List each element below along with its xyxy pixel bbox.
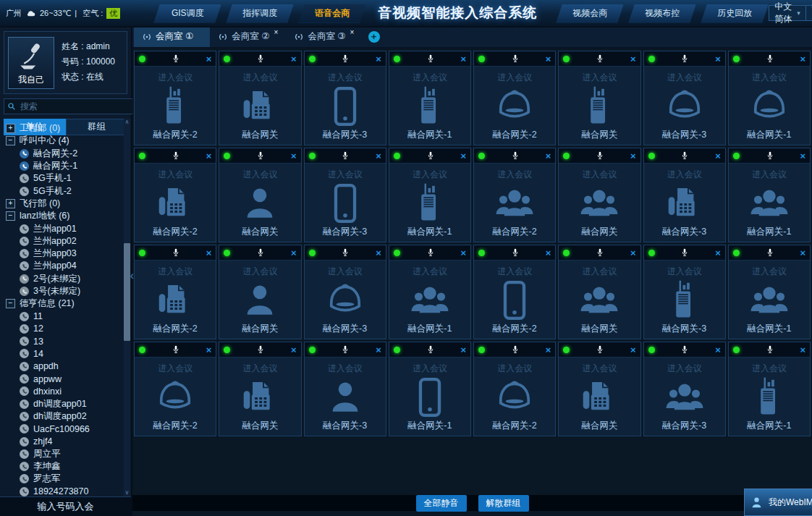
mic-icon[interactable] [172, 248, 180, 257]
close-icon[interactable]: × [715, 248, 721, 258]
tree-item[interactable]: + 飞行部 (0) [6, 198, 124, 210]
tree-item[interactable]: 李坤鑫 [6, 460, 124, 473]
scroll-down-icon[interactable]: ∨ [125, 489, 130, 496]
tree-item[interactable]: dhxinxi [6, 385, 124, 397]
close-icon[interactable]: × [715, 345, 721, 355]
enter-meeting-link[interactable]: 进入会议 [729, 363, 810, 375]
language-select[interactable]: 中文简体 ▾ [769, 6, 805, 20]
close-icon[interactable]: × [546, 345, 551, 355]
close-icon[interactable]: × [630, 54, 636, 64]
mic-icon[interactable] [172, 151, 180, 160]
mic-icon[interactable] [680, 54, 689, 63]
enter-meeting-link[interactable]: 进入会议 [135, 72, 216, 84]
tree-item[interactable]: appww [6, 373, 124, 385]
mic-icon[interactable] [596, 248, 604, 257]
mic-icon[interactable] [256, 151, 265, 160]
enter-meeting-link[interactable]: 进入会议 [559, 169, 640, 181]
mic-icon[interactable] [256, 345, 265, 354]
tree-item[interactable]: 兰州app04 [6, 260, 124, 272]
enter-meeting-link[interactable]: 进入会议 [389, 363, 470, 375]
close-icon[interactable]: × [460, 151, 466, 161]
enter-meeting-link[interactable]: 进入会议 [644, 72, 725, 84]
enter-meeting-link[interactable]: 进入会议 [219, 72, 300, 84]
tree-item[interactable]: dh调度app01 [6, 398, 124, 410]
close-icon[interactable]: × [376, 345, 381, 355]
tree-item[interactable]: − 呼叫中心 (4) [6, 135, 124, 147]
enter-meeting-link[interactable]: 进入会议 [559, 72, 640, 84]
enter-meeting-link[interactable]: 进入会议 [305, 169, 386, 181]
mic-icon[interactable] [511, 54, 520, 63]
tree-item[interactable]: − lanzl地铁 (6) [6, 210, 124, 222]
close-icon[interactable]: × [630, 248, 636, 258]
tree-item[interactable]: 5G手机-1 [6, 172, 124, 185]
enter-meeting-link[interactable]: 进入会议 [729, 266, 810, 278]
enter-meeting-link[interactable]: 进入会议 [389, 266, 470, 278]
tree-item[interactable]: 周立平 [6, 448, 124, 460]
mic-icon[interactable] [256, 248, 265, 257]
dial-button[interactable]: 拨号 [806, 1, 812, 25]
close-icon[interactable]: × [630, 151, 636, 161]
mic-icon[interactable] [426, 248, 435, 257]
close-icon[interactable]: × [800, 151, 805, 161]
tree-item[interactable]: + 工程部 (0) [6, 122, 124, 135]
enter-meeting-link[interactable]: 进入会议 [559, 266, 640, 278]
close-icon[interactable]: × [715, 54, 721, 64]
tree-item[interactable]: − 德亨信息 (21) [6, 297, 124, 310]
mic-icon[interactable] [341, 151, 350, 160]
footer-button[interactable]: 全部静音 [416, 495, 467, 512]
expand-toggle-icon[interactable]: − [6, 211, 15, 221]
mic-icon[interactable] [172, 54, 180, 63]
enter-meeting-link[interactable]: 进入会议 [389, 72, 470, 84]
enter-meeting-link[interactable]: 进入会议 [474, 266, 555, 278]
mic-icon[interactable] [596, 345, 604, 354]
mic-icon[interactable] [426, 54, 435, 63]
tab-close-icon[interactable]: × [350, 28, 355, 36]
conference-tab[interactable]: 会商室 ① [134, 26, 210, 47]
close-icon[interactable]: × [630, 345, 636, 355]
tree-item[interactable]: 罗志军 [6, 473, 124, 485]
tree-item[interactable]: appdh [6, 360, 124, 373]
mic-icon[interactable] [341, 248, 350, 257]
mic-icon[interactable] [680, 345, 689, 354]
enter-meeting-link[interactable]: 进入会议 [305, 72, 386, 84]
mic-icon[interactable] [766, 345, 774, 354]
mic-icon[interactable] [426, 151, 435, 160]
tree-item[interactable]: 3号(未绑定) [6, 285, 124, 297]
expand-toggle-icon[interactable]: − [6, 136, 15, 145]
nav-button[interactable]: 指挥调度 [226, 4, 294, 23]
scroll-up-icon[interactable]: ∧ [125, 119, 130, 126]
enter-number-button[interactable]: 输入号码入会 [0, 496, 131, 516]
enter-meeting-link[interactable]: 进入会议 [559, 363, 640, 375]
close-icon[interactable]: × [546, 54, 551, 64]
close-icon[interactable]: × [376, 54, 381, 64]
mic-icon[interactable] [596, 54, 604, 63]
nav-button[interactable]: GIS调度 [153, 4, 221, 23]
enter-meeting-link[interactable]: 进入会议 [474, 72, 555, 84]
nav-button[interactable]: 语音会商 [298, 4, 366, 23]
enter-meeting-link[interactable]: 进入会议 [644, 363, 725, 375]
tree-item[interactable]: 11 [6, 310, 124, 322]
close-icon[interactable]: × [291, 345, 297, 355]
close-icon[interactable]: × [546, 151, 551, 161]
nav-button[interactable]: 视频布控 [628, 4, 696, 23]
tree-item[interactable]: 12 [6, 323, 124, 335]
mic-icon[interactable] [596, 151, 604, 160]
conference-tab[interactable]: 会商室 ② × [210, 26, 286, 47]
tree-item[interactable]: dh调度app02 [6, 410, 124, 423]
enter-meeting-link[interactable]: 进入会议 [219, 169, 300, 181]
enter-meeting-link[interactable]: 进入会议 [729, 169, 810, 181]
close-icon[interactable]: × [715, 151, 721, 161]
close-icon[interactable]: × [460, 54, 466, 64]
add-room-button[interactable]: + [368, 31, 380, 43]
mic-icon[interactable] [511, 151, 520, 160]
enter-meeting-link[interactable]: 进入会议 [219, 266, 300, 278]
close-icon[interactable]: × [206, 151, 212, 161]
close-icon[interactable]: × [376, 151, 381, 161]
mic-icon[interactable] [766, 54, 774, 63]
search-input[interactable] [19, 101, 134, 112]
mic-icon[interactable] [766, 248, 774, 257]
tree-item[interactable]: 兰州app02 [6, 235, 124, 248]
mic-icon[interactable] [426, 345, 435, 354]
close-icon[interactable]: × [291, 248, 297, 258]
enter-meeting-link[interactable]: 进入会议 [729, 72, 810, 84]
